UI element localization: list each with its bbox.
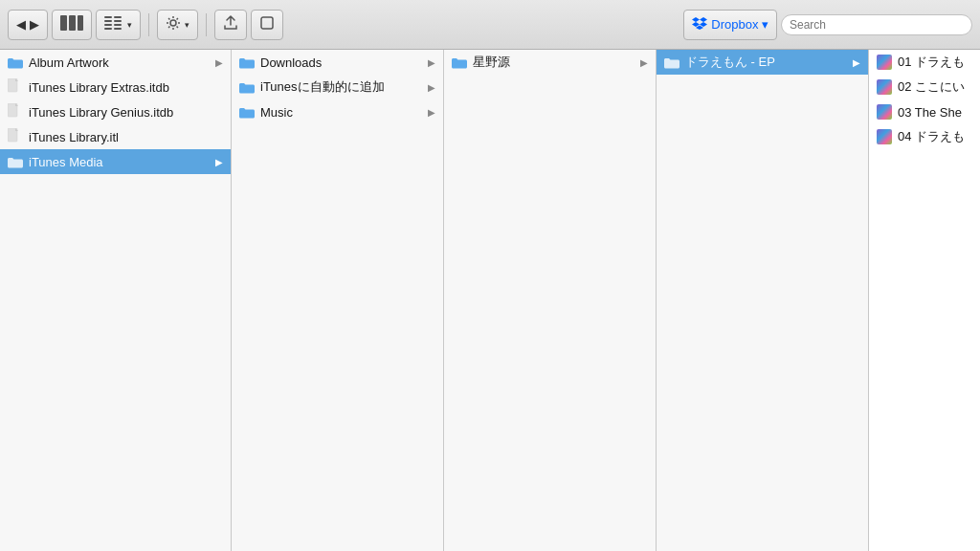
column-3-items: 星野源 ▶ [444,50,656,551]
item-label: iTunes Library Extras.itdb [29,80,223,95]
svg-rect-8 [114,20,122,22]
column-pane-2: Downloads ▶ iTunesに自動的に追加 ▶ [232,50,444,551]
svg-rect-9 [114,24,122,26]
file-icon [8,128,23,146]
toolbar-separator-1 [148,13,149,36]
chevron-right-icon: ▶ [428,57,435,68]
list-item[interactable]: iTunes Library.itl [0,124,231,149]
svg-rect-12 [261,17,273,29]
list-item[interactable]: iTunes Library Genius.itdb [0,99,231,124]
forward-icon: ▶ [30,17,39,32]
folder-icon [8,56,23,69]
view-icon [60,15,83,33]
list-item[interactable]: iTunes Library Extras.itdb [0,75,231,99]
toolbar-separator-2 [206,13,207,36]
folder-icon [239,106,255,119]
album-art-thumb [877,79,892,95]
svg-rect-5 [104,24,112,26]
list-item[interactable]: 星野源 ▶ [444,50,656,75]
svg-rect-10 [114,28,122,30]
svg-rect-3 [104,16,112,18]
dropbox-icon [692,16,707,33]
main-area: Album Artwork ▶ iTunes Library Extras.it… [0,50,980,551]
column-1-items: Album Artwork ▶ iTunes Library Extras.it… [0,50,231,551]
action-btn[interactable]: ▾ [157,10,198,40]
folder-icon [239,81,255,94]
folder-icon [452,56,467,69]
item-label: ドラえもん - EP [685,54,847,71]
folder-icon [8,156,23,168]
item-label: 星野源 [473,54,635,71]
svg-rect-7 [114,16,122,18]
item-label: Music [260,105,422,120]
svg-rect-1 [69,15,76,31]
list-item[interactable]: Album Artwork ▶ [0,50,231,75]
svg-rect-6 [104,28,112,30]
item-label: 03 The She [898,105,972,120]
item-label: iTunes Library.itl [29,130,223,144]
item-label: iTunes Media [29,155,210,169]
item-label: Album Artwork [29,55,210,70]
view-toggle-btn[interactable] [52,10,92,40]
item-label: 04 ドラえも [898,128,972,145]
column-pane-1: Album Artwork ▶ iTunes Library Extras.it… [0,50,232,551]
list-item[interactable]: 04 ドラえも [869,124,980,149]
file-icon [8,78,23,97]
tag-btn[interactable] [251,10,283,40]
list-item[interactable]: ドラえもん - EP ▶ [657,50,868,75]
list-item[interactable]: Downloads ▶ [232,50,443,75]
chevron-right-icon: ▶ [640,57,648,68]
back-icon: ◀ [16,17,26,32]
album-art-thumb [877,55,892,70]
chevron-right-icon: ▶ [428,107,435,118]
back-forward-btn[interactable]: ◀ ▶ [8,10,48,40]
group-icon [104,15,123,33]
folder-icon [239,56,255,69]
chevron-right-icon: ▶ [428,82,435,93]
share-btn[interactable] [214,10,247,40]
column-pane-5: 01 ドラえも 02 ここにい 03 The She 04 ドラえも [869,50,980,551]
group-chevron-icon: ▾ [127,20,132,30]
column-2-items: Downloads ▶ iTunesに自動的に追加 ▶ [232,50,443,551]
column-4-items: ドラえもん - EP ▶ [657,50,868,551]
item-label: 01 ドラえも [898,54,972,71]
list-item[interactable]: 01 ドラえも [869,50,980,75]
file-icon [8,103,23,121]
list-item[interactable]: 03 The She [869,99,980,124]
svg-rect-4 [104,20,112,22]
list-item[interactable]: iTunesに自動的に追加 ▶ [232,75,443,99]
dropbox-label: Dropbox ▾ [711,17,768,32]
folder-icon [664,56,679,69]
list-item[interactable]: Music ▶ [232,99,443,124]
chevron-right-icon: ▶ [215,157,223,167]
list-item[interactable]: 02 ここにい [869,75,980,99]
list-item[interactable]: iTunes Media ▶ [0,149,231,174]
column-pane-3: 星野源 ▶ [444,50,657,551]
action-chevron-icon: ▾ [185,20,189,30]
dropbox-btn[interactable]: Dropbox ▾ [683,10,777,40]
album-art-thumb [877,129,892,144]
tag-icon [259,15,275,33]
search-input[interactable] [781,14,972,35]
gear-icon [166,15,181,33]
item-label: iTunes Library Genius.itdb [29,105,223,120]
item-label: 02 ここにい [898,78,972,96]
share-icon [223,15,238,33]
group-btn[interactable]: ▾ [96,10,141,40]
toolbar: ◀ ▶ ▾ [0,0,980,50]
svg-rect-2 [78,15,83,31]
item-label: Downloads [260,55,422,70]
album-art-thumb [877,104,892,120]
column-5-items: 01 ドラえも 02 ここにい 03 The She 04 ドラえも [869,50,980,551]
column-pane-4: ドラえもん - EP ▶ [657,50,869,551]
item-label: iTunesに自動的に追加 [260,78,422,96]
chevron-right-icon: ▶ [853,57,860,68]
chevron-right-icon: ▶ [215,57,223,68]
svg-rect-0 [60,15,67,31]
svg-point-11 [170,20,176,26]
